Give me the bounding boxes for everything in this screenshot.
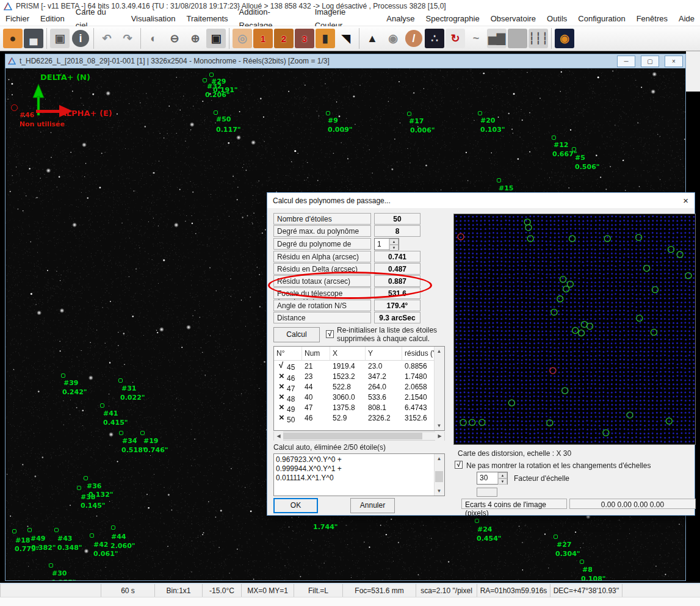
stars-table: N°NumXYrésidus ('') √45211919.423.00.885… — [273, 346, 445, 431]
table-horizontal-scrollbar[interactable]: ◀▶ — [273, 431, 445, 441]
dialog-titlebar[interactable]: Calcul des polynomes de passage... — [267, 193, 695, 208]
auto-calc-text: Calcul auto, éliminée 2/50 étoile(s) — [273, 443, 386, 452]
redo-icon[interactable]: ↷ — [118, 29, 137, 48]
undo-icon[interactable]: ↶ — [97, 29, 117, 48]
star-label-42: #42 — [93, 541, 109, 549]
restore-button[interactable]: ▢ — [641, 56, 659, 67]
zoom-in-icon[interactable]: ⊕ — [186, 29, 205, 48]
ok-button[interactable]: OK — [273, 498, 318, 513]
globe-icon[interactable]: ◉ — [383, 29, 403, 48]
cancel-button[interactable]: Annuler — [350, 498, 395, 513]
histogram-icon[interactable]: ▅▇ — [487, 29, 507, 48]
menu-outils[interactable]: Outils — [541, 12, 572, 26]
table-row[interactable]: √45211919.423.00.8856 — [274, 361, 435, 371]
menu-fichier[interactable]: Fichier — [0, 12, 35, 26]
focuser-icon[interactable]: ◥ — [336, 29, 356, 48]
poly-vertical-scrollbar[interactable]: ▲▼ — [434, 454, 444, 496]
camera-3-icon[interactable]: 3 — [295, 29, 314, 48]
hide-rotation-checkbox[interactable]: √ — [455, 461, 463, 469]
info-icon[interactable]: i — [72, 30, 89, 47]
field-label-r-sidu-en-delta-arcsec: Résidu en Delta (arcsec) — [273, 263, 371, 275]
image-window-titlebar[interactable]: t_HD6226_L_[2018_08_29]-01-001 [1] | 332… — [5, 54, 685, 68]
curve-icon[interactable]: ~ — [466, 29, 486, 48]
cell: 6.4743 — [402, 403, 435, 412]
save-icon[interactable]: ▄ — [24, 29, 43, 48]
reinit-checkbox-label: Re-initialiser la liste des étoiles supp… — [337, 326, 447, 344]
camera-1-icon[interactable]: 1 — [253, 29, 273, 48]
open-image-icon[interactable]: ● — [3, 29, 23, 48]
column-header-r-sidus: résidus ('') — [402, 347, 435, 360]
menu-observatoire[interactable]: Observatoire — [485, 12, 541, 26]
delta-axis-label: DELTA+ (N) — [40, 73, 90, 82]
registration-icon[interactable]: ↻ — [446, 29, 465, 48]
star-label-41: #41 — [103, 409, 118, 417]
cell: 23.0 — [366, 362, 402, 370]
star-residual-31: 0.022" — [120, 394, 145, 402]
star-residual-41: 0.415" — [103, 419, 128, 427]
spinner-down-icon[interactable]: ▼ — [498, 478, 507, 485]
menu-fen-tres[interactable]: Fenêtres — [631, 12, 673, 26]
slit-lines-icon[interactable]: ┆┆┆ — [529, 29, 548, 48]
star-marker-38 — [77, 486, 81, 490]
zoom-out-icon[interactable]: ⊖ — [165, 29, 184, 48]
turbine-icon[interactable]: ◎ — [233, 29, 252, 48]
blank-tile-icon[interactable] — [508, 29, 527, 48]
field-spinner-degr-du-polynome-de-passage[interactable]: 1▲▼ — [374, 238, 399, 250]
column-header-n: N° — [274, 347, 302, 360]
cell: 1919.4 — [330, 362, 366, 370]
menu-edition[interactable]: Edition — [35, 12, 70, 26]
image-properties-icon[interactable]: ▣ — [50, 29, 70, 48]
table-row[interactable]: ×4744522.8264.02.0658 — [274, 381, 435, 392]
tools-wrench-icon[interactable]: / — [405, 30, 422, 47]
table-row[interactable]: ×48403060.0533.62.1540 — [274, 392, 435, 402]
small-blank-button[interactable] — [477, 488, 497, 497]
menu-configuration[interactable]: Configuration — [572, 12, 630, 26]
calcul-button[interactable]: Calcul — [273, 327, 320, 342]
field-value-r-sidu-en-delta-arcsec: 0.487 — [374, 263, 420, 275]
reinit-checkbox[interactable]: √ — [326, 330, 334, 338]
scrollbar-thumb[interactable] — [435, 471, 443, 482]
menu-aide[interactable]: Aide — [673, 12, 700, 26]
cell: 264.0 — [366, 383, 402, 391]
field-label-focale-du-t-lescope-recalcul-e: Focale du télescope (recalculée) — [273, 287, 371, 299]
table-row[interactable]: ×46231523.2347.21.7480 — [274, 371, 435, 381]
starfield-icon[interactable]: ∴ — [425, 29, 444, 48]
spinner-up-icon[interactable]: ▲ — [389, 239, 399, 245]
camera-barrel-icon[interactable]: ▮ — [316, 29, 335, 48]
cell: 2326.2 — [366, 414, 402, 422]
scrollbar-thumb[interactable] — [283, 433, 422, 439]
star-residual-34: 0.518" — [121, 446, 146, 454]
menu-spectrographie[interactable]: Spectrographie — [420, 12, 485, 26]
star-marker-15 — [497, 178, 501, 182]
table-vertical-scrollbar[interactable]: ▲▼ — [434, 347, 444, 430]
menu-traitements[interactable]: Traitements — [181, 12, 233, 26]
scale-factor-spinner[interactable]: 30 ▲▼ — [477, 472, 508, 485]
camera-2-icon[interactable]: 2 — [274, 29, 294, 48]
polynomial-textbox[interactable]: ▲▼ 0.967923.X^0.Y^0 +0.999944.X^0.Y^1 +0… — [273, 453, 445, 496]
table-row[interactable]: ×504652.92326.23152.6 — [274, 413, 435, 423]
close-button[interactable]: × — [665, 56, 683, 67]
star-marker-24 — [475, 519, 479, 523]
contrast-icon[interactable]: ◐ — [144, 29, 164, 48]
observatory-icon[interactable]: ◉ — [555, 29, 574, 48]
spinner-up-icon[interactable]: ▲ — [498, 472, 507, 478]
status-segment-bin-1x1: Bin:1x1 — [154, 584, 202, 597]
dialog-close-icon[interactable]: × — [683, 195, 688, 206]
spinner-down-icon[interactable]: ▼ — [389, 245, 399, 251]
blur-drop-icon[interactable]: ▲ — [363, 29, 382, 48]
cell: 1.7480 — [402, 372, 435, 381]
bottom-strip — [0, 597, 700, 606]
minimize-button[interactable]: ─ — [617, 56, 635, 67]
table-row[interactable]: ×49471375.8808.16.4743 — [274, 402, 435, 413]
field-label-degr-du-polynome-de-passage: Degré du polynome de passage — [273, 238, 371, 250]
star-residual-x: 1.744" — [313, 523, 338, 531]
star-marker-9 — [326, 111, 330, 115]
menu-analyse[interactable]: Analyse — [381, 12, 420, 26]
toolbar-separator — [93, 28, 94, 49]
toolbar-separator — [46, 28, 47, 49]
status-segment-ra-01h03m59-916s: RA=01h03m59.916s — [477, 584, 550, 597]
field-label-nombre-d-toiles: Nombre d'étoiles — [273, 213, 371, 225]
star-marker-50 — [214, 110, 218, 115]
zoom-region-icon[interactable]: ▣ — [206, 29, 226, 48]
menu-visualisation[interactable]: Visualisation — [126, 12, 181, 26]
